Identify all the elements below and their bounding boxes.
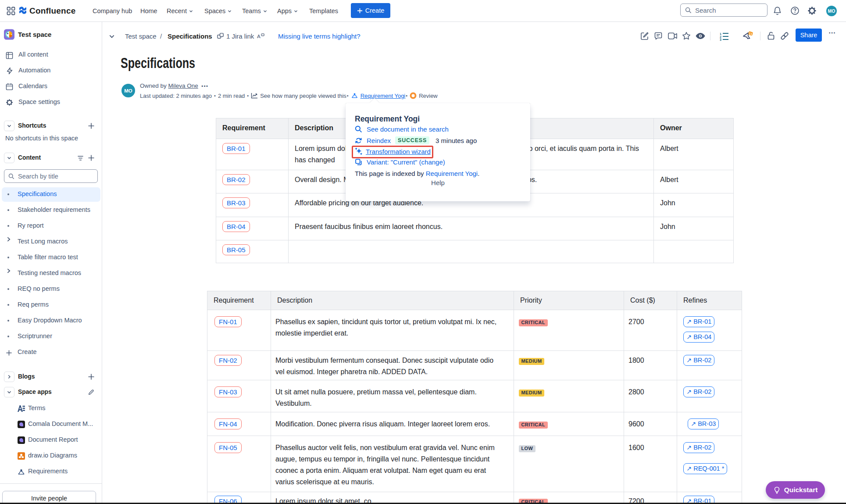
svg-text:3: 3: [720, 38, 721, 41]
svg-text:A: A: [257, 33, 261, 39]
svg-text:1: 1: [720, 32, 721, 36]
